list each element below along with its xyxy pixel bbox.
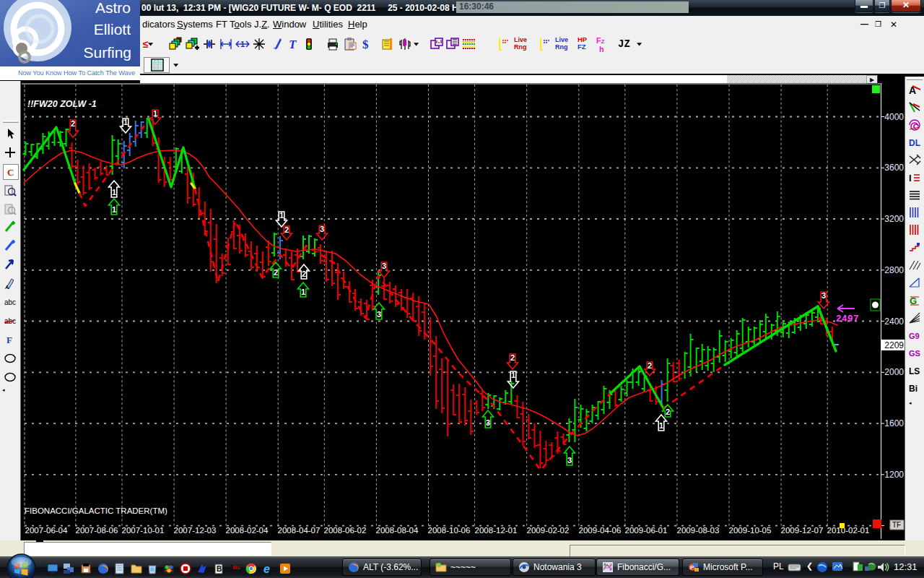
svg-text:2007-06-04: 2007-06-04 [25, 526, 68, 535]
svg-text:2: 2 [510, 353, 515, 362]
svg-text:2: 2 [302, 269, 306, 278]
svg-text:2: 2 [666, 407, 670, 416]
svg-text:2009-12-07: 2009-12-07 [781, 526, 824, 535]
svg-text:2009-02-02: 2009-02-02 [527, 526, 570, 535]
svg-text:1: 1 [279, 211, 284, 220]
svg-text:3: 3 [320, 225, 324, 233]
svg-text:FIBONACCI/GALACTIC TRADER(TM): FIBONACCI/GALACTIC TRADER(TM) [25, 506, 167, 515]
svg-text:P: P [690, 564, 694, 571]
svg-text:Astro: Astro [95, 0, 131, 16]
svg-text:TF: TF [892, 521, 901, 529]
svg-text:2008-06-02: 2008-06-02 [324, 526, 367, 535]
svg-text:2008-12-01: 2008-12-01 [475, 526, 518, 535]
svg-text:Surfing: Surfing [83, 44, 131, 61]
svg-text:2800: 2800 [884, 265, 904, 275]
svg-text:F: F [6, 335, 12, 345]
svg-text:1: 1 [123, 118, 128, 126]
svg-text:2009-04-06: 2009-04-06 [579, 526, 622, 535]
svg-text:e: e [263, 563, 270, 574]
svg-text:A: A [5, 284, 9, 290]
svg-text:3: 3 [486, 418, 490, 427]
svg-text:1: 1 [153, 109, 157, 118]
svg-text:I: I [909, 173, 912, 184]
svg-text:3: 3 [382, 262, 386, 270]
svg-text:2: 2 [71, 119, 75, 128]
svg-text:3: 3 [567, 456, 572, 465]
svg-text:1: 1 [301, 288, 305, 296]
svg-text:2009-06-01: 2009-06-01 [625, 526, 668, 535]
svg-text:abc: abc [4, 298, 16, 306]
svg-text:!!FW20 ZOLW -1: !!FW20 ZOLW -1 [27, 99, 97, 109]
svg-text:2400: 2400 [884, 316, 904, 327]
svg-text:1: 1 [240, 40, 245, 48]
svg-text:1: 1 [112, 188, 116, 197]
svg-text:3600: 3600 [884, 163, 904, 173]
svg-text:2009-08-03: 2009-08-03 [677, 526, 720, 535]
svg-text:Bi: Bi [909, 384, 918, 394]
svg-text:LS: LS [909, 366, 920, 376]
svg-text:B: B [217, 565, 222, 573]
svg-text:MS: MS [232, 565, 240, 570]
svg-text:2: 2 [274, 268, 278, 277]
svg-text:2010-02-01: 2010-02-01 [827, 526, 870, 535]
svg-text:2007-12-03: 2007-12-03 [174, 526, 217, 535]
svg-text:2009-10-05: 2009-10-05 [729, 526, 772, 535]
svg-text:2209: 2209 [884, 340, 904, 350]
svg-text:2008-02-04: 2008-02-04 [226, 526, 269, 535]
svg-text:DL: DL [909, 138, 920, 148]
svg-text:2008-04-07: 2008-04-07 [278, 526, 321, 535]
svg-text:1: 1 [511, 371, 515, 379]
svg-text:1: 1 [659, 421, 663, 430]
svg-text:Elliott: Elliott [94, 21, 131, 38]
svg-text:3: 3 [377, 310, 381, 319]
svg-text:1600: 1600 [884, 418, 904, 428]
svg-text:2000: 2000 [884, 367, 904, 377]
svg-text:GS: GS [909, 349, 920, 358]
svg-text:2007-08-06: 2007-08-06 [76, 526, 118, 535]
svg-text:1: 1 [112, 205, 116, 214]
svg-text:2497: 2497 [836, 314, 859, 324]
svg-text:2: 2 [284, 225, 289, 234]
svg-text:4000: 4000 [884, 112, 904, 122]
svg-text:C: C [7, 167, 14, 178]
svg-text:3200: 3200 [884, 214, 904, 224]
svg-text:3: 3 [821, 291, 826, 300]
svg-text:$: $ [362, 38, 369, 51]
svg-text:G9: G9 [909, 332, 920, 340]
svg-text:2008-10-06: 2008-10-06 [428, 526, 471, 535]
svg-text:T: T [289, 38, 297, 51]
svg-text:2007-10-01: 2007-10-01 [122, 526, 165, 535]
svg-text:2008-08-04: 2008-08-04 [376, 526, 419, 535]
svg-text:1200: 1200 [884, 470, 904, 480]
svg-text:2: 2 [648, 361, 652, 370]
